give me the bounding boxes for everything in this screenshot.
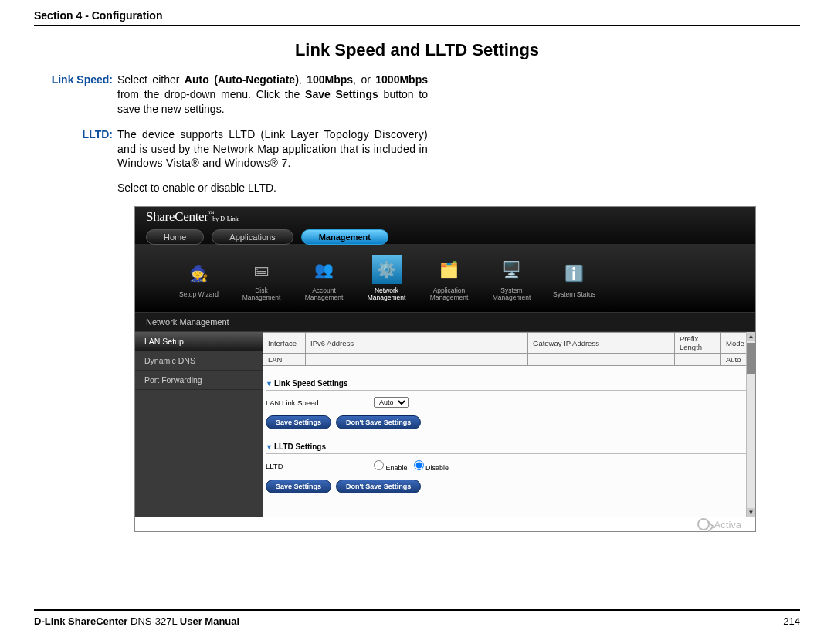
- radio-text: Enable: [386, 464, 408, 472]
- dont-save-button-2[interactable]: Don't Save Settings: [336, 480, 421, 493]
- tool-label: System Management: [493, 286, 531, 301]
- dont-save-button-1[interactable]: Don't Save Settings: [336, 415, 421, 429]
- txt-bold: Save Settings: [305, 88, 378, 100]
- th-interface: Interface: [263, 333, 306, 354]
- watermark-row: Activa: [135, 517, 755, 531]
- radio-enable[interactable]: [374, 460, 384, 470]
- td-prefix: [675, 354, 721, 366]
- ipv6-table: Interface IPv6 Address Gateway IP Addres…: [263, 332, 751, 366]
- section-title: LLTD Settings: [274, 442, 326, 451]
- txt: , or: [353, 73, 375, 86]
- section-header: Section 4 - Configuration: [34, 9, 800, 26]
- tool-label: Application Management: [430, 286, 469, 301]
- th-prefix: Prefix Length: [675, 333, 721, 354]
- page-title: Link Speed and LLTD Settings: [34, 40, 800, 60]
- def-label-lltd: LLTD:: [34, 127, 117, 171]
- section-subbar: Network Management: [135, 312, 755, 332]
- scroll-down-icon[interactable]: ▼: [747, 508, 755, 517]
- status-icon: ℹ️: [560, 259, 589, 288]
- tool-label: Network Management: [368, 286, 406, 301]
- network-icon: ⚙️: [372, 255, 402, 284]
- td-interface: LAN: [263, 354, 306, 366]
- tab-home[interactable]: Home: [146, 229, 204, 245]
- sidebar: LAN Setup Dynamic DNS Port Forwarding: [135, 332, 263, 517]
- tool-label: System Status: [553, 290, 595, 298]
- section-lltd[interactable]: ▼LLTD Settings: [266, 440, 748, 454]
- footer-suffix: User Manual: [180, 615, 239, 627]
- footer-model: DNS-327L: [127, 615, 179, 627]
- tool-setup-wizard[interactable]: 🧙Setup Wizard: [174, 259, 224, 298]
- tool-label: Account Management: [305, 286, 344, 301]
- scroll-thumb[interactable]: [747, 343, 755, 374]
- radio-text: Disable: [425, 464, 449, 472]
- sidebar-item-port-forwarding[interactable]: Port Forwarding: [135, 371, 263, 390]
- txt: ,: [299, 73, 307, 86]
- sidebar-item-dynamic-dns[interactable]: Dynamic DNS: [135, 351, 263, 371]
- appmgmt-icon: 🗂️: [435, 255, 464, 284]
- page-number: 214: [783, 615, 800, 627]
- app-screenshot: ShareCenter™by D-Link Home Applications …: [134, 206, 756, 532]
- watermark-icon: [697, 518, 710, 530]
- tool-disk-management[interactable]: 🖴Disk Management: [236, 255, 286, 302]
- table-row: LAN Auto: [263, 354, 751, 366]
- save-settings-button-2[interactable]: Save Settings: [266, 480, 331, 493]
- tool-label: Disk Management: [242, 286, 281, 301]
- section-link-speed[interactable]: ▼Link Speed Settings: [266, 377, 748, 391]
- def-body-lltd: The device supports LLTD (Link Layer Top…: [117, 127, 428, 171]
- collapse-icon: ▼: [266, 380, 273, 388]
- txt-bold: 1000Mbps: [375, 73, 428, 86]
- system-icon: 🖥️: [497, 255, 527, 284]
- select-link-speed[interactable]: Auto: [374, 397, 409, 408]
- txt: Select either: [117, 73, 185, 86]
- txt-bold: 100Mbps: [307, 73, 353, 86]
- tool-system-management[interactable]: 🖥️System Management: [486, 255, 537, 302]
- tool-application-management[interactable]: 🗂️Application Management: [424, 255, 474, 302]
- radio-enable-label[interactable]: Enable: [374, 460, 408, 472]
- tool-account-management[interactable]: 👥Account Management: [299, 255, 349, 302]
- tool-system-status[interactable]: ℹ️System Status: [549, 259, 599, 298]
- tab-applications[interactable]: Applications: [212, 229, 293, 245]
- tool-label: Setup Wizard: [179, 290, 219, 298]
- app-logo: ShareCenter™by D-Link: [146, 209, 239, 225]
- tab-management[interactable]: Management: [301, 229, 388, 245]
- watermark-text: Activa: [714, 519, 741, 530]
- txt: from the drop-down menu. Click the: [117, 88, 305, 100]
- td-ipv6: [306, 354, 528, 366]
- logo-text: ShareCenter: [146, 209, 208, 224]
- label-lan-link-speed: LAN Link Speed: [266, 398, 374, 407]
- save-settings-button-1[interactable]: Save Settings: [266, 415, 331, 429]
- radio-disable[interactable]: [414, 460, 424, 470]
- th-gateway: Gateway IP Address: [528, 333, 675, 354]
- th-ipv6: IPv6 Address: [306, 333, 528, 354]
- scrollbar[interactable]: ▲ ▼: [746, 332, 755, 517]
- radio-disable-label[interactable]: Disable: [414, 460, 449, 472]
- logo-sub: by D-Link: [212, 215, 239, 222]
- def-extra: Select to enable or disable LLTD.: [117, 181, 800, 194]
- disk-icon: 🖴: [247, 255, 276, 284]
- scroll-up-icon[interactable]: ▲: [747, 332, 755, 341]
- txt-bold: Auto (Auto-Negotiate): [185, 73, 299, 86]
- section-title: Link Speed Settings: [274, 379, 348, 388]
- tool-network-management[interactable]: ⚙️Network Management: [361, 255, 412, 302]
- def-label-linkspeed: Link Speed:: [34, 73, 117, 117]
- td-gateway: [528, 354, 675, 366]
- label-lltd: LLTD: [266, 462, 374, 470]
- account-icon: 👥: [310, 255, 339, 284]
- wizard-icon: 🧙: [185, 259, 214, 288]
- footer-left: D-Link ShareCenter DNS-327L User Manual: [34, 615, 239, 627]
- sidebar-item-lan-setup[interactable]: LAN Setup: [135, 332, 263, 351]
- main-panel: Interface IPv6 Address Gateway IP Addres…: [263, 332, 755, 517]
- def-body-linkspeed: Select either Auto (Auto-Negotiate), 100…: [117, 73, 428, 117]
- collapse-icon: ▼: [266, 443, 273, 451]
- footer-brand: D-Link ShareCenter: [34, 615, 127, 627]
